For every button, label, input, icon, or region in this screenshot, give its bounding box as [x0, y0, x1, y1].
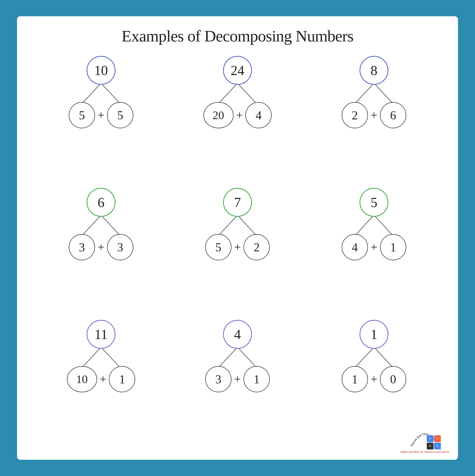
- trees-grid: 10 5 + 5 24: [33, 53, 442, 449]
- bottom-row-5: 4 + 1: [342, 234, 406, 260]
- svg-line-7: [101, 215, 119, 235]
- logo-tagline: Maths and More for Teachers and Parents: [400, 451, 450, 453]
- left-circle-24: 20: [203, 102, 234, 128]
- plus-4: +: [234, 373, 241, 385]
- bottom-row-10: 5 + 5: [69, 102, 133, 128]
- branch-24: [201, 83, 274, 104]
- tree-24: 24 20 + 4: [201, 56, 274, 128]
- svg-line-11: [374, 215, 392, 235]
- logo-area: You've Got This Math + − × ÷ Maths and M…: [400, 426, 450, 453]
- tree-cell-7: 7 5 + 2: [169, 185, 306, 317]
- plus-24: +: [236, 109, 243, 121]
- top-circle-6: 6: [87, 188, 115, 217]
- svg-line-10: [356, 215, 374, 235]
- left-circle-4: 3: [205, 366, 231, 392]
- top-circle-7: 7: [223, 188, 252, 217]
- tree-cell-11: 11 10 + 1: [33, 317, 169, 449]
- svg-line-8: [219, 215, 238, 235]
- tree-6: 6 3 + 3: [64, 188, 138, 260]
- tree-cell-24: 24 20 + 4: [169, 53, 306, 185]
- left-circle-8: 2: [342, 102, 368, 128]
- top-circle-24: 24: [223, 56, 252, 85]
- bottom-row-1: 1 + 0: [342, 366, 406, 392]
- left-circle-6: 3: [69, 234, 95, 260]
- tree-11: 11 10 + 1: [64, 320, 138, 392]
- branch-7: [201, 215, 274, 236]
- right-circle-1: 0: [380, 366, 406, 392]
- plus-5: +: [371, 241, 377, 253]
- right-circle-7: 2: [244, 234, 270, 260]
- logo-plus-icon: +: [427, 435, 434, 442]
- svg-line-4: [356, 83, 374, 103]
- svg-line-3: [238, 83, 256, 103]
- svg-line-2: [219, 83, 238, 103]
- right-circle-8: 6: [380, 102, 406, 128]
- svg-line-14: [219, 347, 238, 367]
- left-circle-5: 4: [342, 234, 368, 260]
- right-circle-6: 3: [107, 234, 133, 260]
- bottom-row-6: 3 + 3: [69, 234, 133, 260]
- top-circle-1: 1: [360, 320, 388, 349]
- left-circle-7: 5: [205, 234, 231, 260]
- right-circle-10: 5: [107, 102, 133, 128]
- tree-5: 5 4 + 1: [337, 188, 411, 260]
- branch-1: [337, 347, 411, 368]
- branch-8: [337, 83, 411, 104]
- branch-11: [64, 347, 138, 368]
- left-circle-10: 5: [69, 102, 95, 128]
- tree-cell-10: 10 5 + 5: [33, 53, 169, 185]
- branch-5: [337, 215, 411, 236]
- plus-6: +: [98, 241, 104, 253]
- svg-line-9: [238, 215, 256, 235]
- top-circle-4: 4: [223, 320, 252, 349]
- tree-cell-8: 8 2 + 6: [306, 53, 442, 185]
- left-circle-1: 1: [342, 366, 368, 392]
- bottom-row-8: 2 + 6: [342, 102, 406, 128]
- tree-1: 1 1 + 0: [337, 320, 411, 392]
- branch-6: [64, 215, 138, 236]
- page-title: Examples of Decomposing Numbers: [122, 27, 353, 45]
- tree-10: 10 5 + 5: [64, 56, 138, 128]
- svg-line-15: [238, 347, 256, 367]
- logo-times-icon: ×: [427, 443, 434, 449]
- plus-8: +: [371, 109, 377, 121]
- top-circle-5: 5: [360, 188, 388, 217]
- logo-minus-icon: −: [434, 435, 441, 442]
- svg-line-6: [83, 215, 101, 235]
- branch-4: [201, 347, 274, 368]
- right-circle-4: 1: [244, 366, 270, 392]
- top-circle-10: 10: [87, 56, 115, 85]
- bottom-row-11: 10 + 1: [67, 366, 135, 392]
- right-circle-24: 4: [245, 102, 272, 128]
- svg-line-1: [101, 83, 119, 103]
- right-circle-5: 1: [380, 234, 406, 260]
- tree-4: 4 3 + 1: [201, 320, 274, 392]
- svg-line-12: [83, 347, 101, 367]
- svg-line-16: [356, 347, 374, 367]
- main-card: Examples of Decomposing Numbers 10 5 + 5: [17, 16, 458, 460]
- branch-10: [64, 83, 138, 104]
- svg-line-5: [374, 83, 392, 103]
- tree-cell-6: 6 3 + 3: [33, 185, 169, 317]
- tree-8: 8 2 + 6: [337, 56, 411, 128]
- bottom-row-4: 3 + 1: [205, 366, 270, 392]
- top-circle-8: 8: [360, 56, 388, 85]
- tree-cell-4: 4 3 + 1: [169, 317, 306, 449]
- svg-line-17: [374, 347, 392, 367]
- bottom-row-24: 20 + 4: [203, 102, 272, 128]
- tree-7: 7 5 + 2: [201, 188, 274, 260]
- svg-line-13: [101, 347, 119, 367]
- plus-11: +: [100, 373, 107, 385]
- plus-10: +: [98, 109, 104, 121]
- left-circle-11: 10: [67, 366, 97, 392]
- plus-1: +: [371, 373, 377, 385]
- svg-line-0: [83, 83, 101, 103]
- tree-cell-5: 5 4 + 1: [306, 185, 442, 317]
- top-circle-11: 11: [87, 320, 115, 349]
- bottom-row-7: 5 + 2: [205, 234, 270, 260]
- plus-7: +: [234, 241, 241, 253]
- right-circle-11: 1: [109, 366, 135, 392]
- logo-divide-icon: ÷: [434, 443, 441, 449]
